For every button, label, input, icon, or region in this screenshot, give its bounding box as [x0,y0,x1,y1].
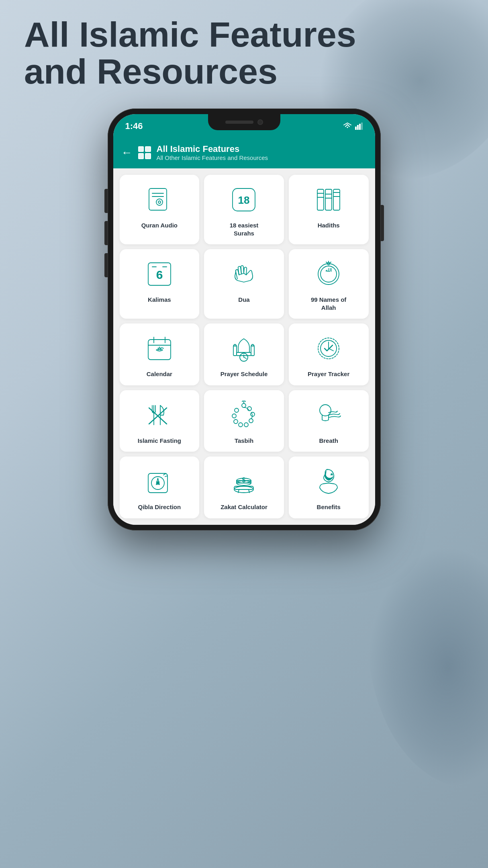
benefits-icon [312,465,345,497]
breath-label: Breath [319,437,338,445]
svg-point-57 [235,408,239,412]
status-bar: 1:46 [113,114,375,138]
feature-quran-audio[interactable]: Quran Audio [120,175,200,244]
svg-rect-34 [233,346,237,356]
quran-audio-icon [143,184,176,216]
svg-rect-11 [317,189,324,210]
quran-audio-label: Quran Audio [141,221,178,229]
svg-rect-66 [234,486,253,489]
svg-point-7 [156,199,163,205]
feature-hadiths[interactable]: Hadiths [289,175,369,244]
header-title: All Islamic Features [157,144,367,154]
benefits-label: Benefits [317,503,341,511]
dua-icon [228,258,260,290]
back-button[interactable]: ← [121,146,133,159]
svg-text:$: $ [242,477,246,483]
phone-mockup: 1:46 [108,108,381,530]
svg-rect-35 [251,346,254,356]
tasbih-label: Tasbih [235,437,253,445]
svg-rect-12 [325,189,332,210]
svg-point-53 [244,423,248,427]
notch-camera [257,119,263,125]
99-names-label: 99 Names ofAllah [311,296,346,311]
hadiths-icon [312,184,345,216]
svg-point-49 [242,403,246,407]
svg-point-52 [249,419,253,423]
prayer-tracker-icon [312,332,345,364]
svg-point-55 [234,420,238,424]
svg-rect-28 [148,340,171,360]
grid-icon [138,146,151,159]
kalimas-icon: 6 [143,258,176,290]
18-surahs-label: 18 easiestSurahs [230,221,259,237]
tasbih-icon [228,399,260,431]
feature-prayer-tracker[interactable]: Prayer Tracker [289,323,369,385]
prayer-tracker-label: Prayer Tracker [308,370,349,378]
page-title: All Islamic Features and Resources [24,16,464,90]
svg-text:6: 6 [156,268,163,281]
feature-prayer-schedule[interactable]: Prayer Schedule [204,323,284,385]
dua-label: Dua [238,296,249,304]
svg-point-56 [232,414,236,418]
kalimas-label: Kalimas [148,296,171,304]
title-line2: and Resources [24,51,278,91]
prayer-schedule-icon [228,332,260,364]
prayer-schedule-label: Prayer Schedule [221,370,268,378]
app-header: ← All Islamic Features All Other Islamic… [113,138,375,168]
svg-text:18: 18 [238,194,250,206]
calendar-icon [143,332,176,364]
18-surahs-icon: 18 [228,184,260,216]
header-subtitle: All Other Islamic Features and Resources [157,154,367,161]
svg-point-8 [158,201,161,203]
breath-icon [312,399,345,431]
qibla-icon [143,465,176,497]
qibla-label: Qibla Direction [138,503,181,511]
islamic-fasting-icon [143,399,176,431]
feature-99-names[interactable]: الله 99 Names ofAllah [289,249,369,319]
header-text: All Islamic Features All Other Islamic F… [157,144,367,161]
svg-rect-1 [357,125,359,130]
svg-line-38 [244,357,246,358]
svg-text:الله: الله [325,268,332,272]
islamic-fasting-label: Islamic Fasting [138,437,181,445]
svg-rect-2 [359,124,361,130]
svg-rect-3 [361,123,363,130]
feature-zakat[interactable]: $ Zakat Calculator [204,457,284,518]
wifi-icon [343,123,352,130]
hadiths-label: Hadiths [318,221,340,229]
svg-marker-32 [158,347,161,350]
notch-speaker [225,121,253,124]
99-names-icon: الله [312,258,345,290]
feature-benefits[interactable]: Benefits [289,457,369,518]
svg-point-54 [239,423,243,427]
phone-outer: 1:46 [108,108,381,530]
svg-rect-0 [355,127,357,130]
status-icons [343,123,363,130]
status-time: 1:46 [125,121,143,131]
title-line1: All Islamic Features [24,14,356,54]
calendar-label: Calendar [147,370,172,378]
feature-calendar[interactable]: Calendar [120,323,200,385]
svg-point-59 [320,405,331,416]
app-content: Quran Audio 18 18 easiestSurahs [113,168,375,525]
phone-inner: 1:46 [113,114,375,525]
zakat-icon: $ [228,465,260,497]
signal-icon [355,123,363,130]
feature-kalimas[interactable]: 6 Kalimas [120,249,200,319]
zakat-label: Zakat Calculator [221,503,267,511]
svg-point-24 [318,264,339,285]
feature-islamic-fasting[interactable]: Islamic Fasting [120,390,200,452]
feature-breath[interactable]: Breath [289,390,369,452]
notch [208,114,280,130]
feature-dua[interactable]: Dua [204,249,284,319]
feature-qibla[interactable]: Qibla Direction [120,457,200,518]
feature-18-surahs[interactable]: 18 18 easiestSurahs [204,175,284,244]
feature-tasbih[interactable]: Tasbih [204,390,284,452]
features-grid: Quran Audio 18 18 easiestSurahs [120,175,369,518]
svg-rect-62 [156,481,159,485]
